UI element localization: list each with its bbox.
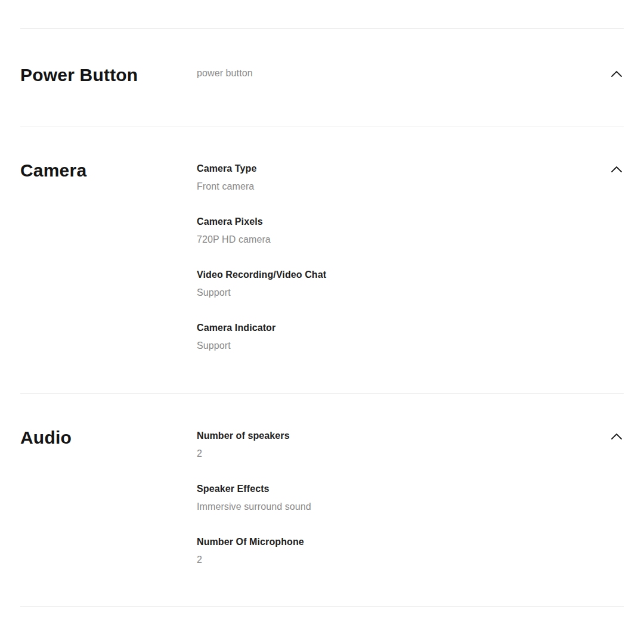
spec-value: 2	[197, 445, 600, 463]
section-camera: Camera Camera Type Front camera Camera P…	[20, 126, 624, 393]
spec-item: power button	[197, 64, 600, 82]
spec-label: Camera Pixels	[197, 213, 600, 231]
spec-item: Number Of Microphone 2	[197, 533, 600, 569]
section-power-button: Power Button power button	[20, 28, 624, 126]
section-title-audio: Audio	[20, 427, 197, 448]
spec-label: Number of speakers	[197, 427, 600, 445]
chevron-up-icon	[611, 166, 623, 173]
spec-value: power button	[197, 64, 600, 82]
spec-value: 720P HD camera	[197, 231, 600, 249]
spec-item: Speaker Effects Immersive surround sound	[197, 480, 600, 516]
spec-value: Front camera	[197, 178, 600, 196]
spec-items: power button	[197, 64, 600, 82]
spec-item: Number of speakers 2	[197, 427, 600, 463]
specifications-page: Power Button power button Camera Camera …	[0, 0, 644, 644]
section-title-camera: Camera	[20, 160, 197, 181]
spec-items: Camera Type Front camera Camera Pixels 7…	[197, 160, 600, 355]
spec-label: Speaker Effects	[197, 480, 600, 498]
spec-item: Camera Type Front camera	[197, 160, 600, 196]
spec-items: Number of speakers 2 Speaker Effects Imm…	[197, 427, 600, 569]
spec-label: Camera Indicator	[197, 319, 600, 337]
spec-item: Video Recording/Video Chat Support	[197, 266, 600, 302]
collapse-power-button-section-button[interactable]	[609, 69, 624, 79]
spec-value: Immersive surround sound	[197, 498, 600, 516]
collapse-audio-section-button[interactable]	[609, 432, 624, 441]
spec-label: Camera Type	[197, 160, 600, 178]
spec-value: Support	[197, 284, 600, 302]
spec-item: Camera Pixels 720P HD camera	[197, 213, 600, 249]
chevron-up-icon	[611, 433, 623, 440]
spec-item: Camera Indicator Support	[197, 319, 600, 355]
spec-value: Support	[197, 337, 600, 355]
spec-label: Video Recording/Video Chat	[197, 266, 600, 284]
spec-value: 2	[197, 551, 600, 569]
section-title-power-button: Power Button	[20, 64, 197, 86]
chevron-up-icon	[611, 70, 623, 78]
section-audio: Audio Number of speakers 2 Speaker Effec…	[20, 393, 624, 606]
section-divider	[20, 606, 624, 607]
collapse-camera-section-button[interactable]	[609, 165, 624, 174]
spec-label: Number Of Microphone	[197, 533, 600, 551]
